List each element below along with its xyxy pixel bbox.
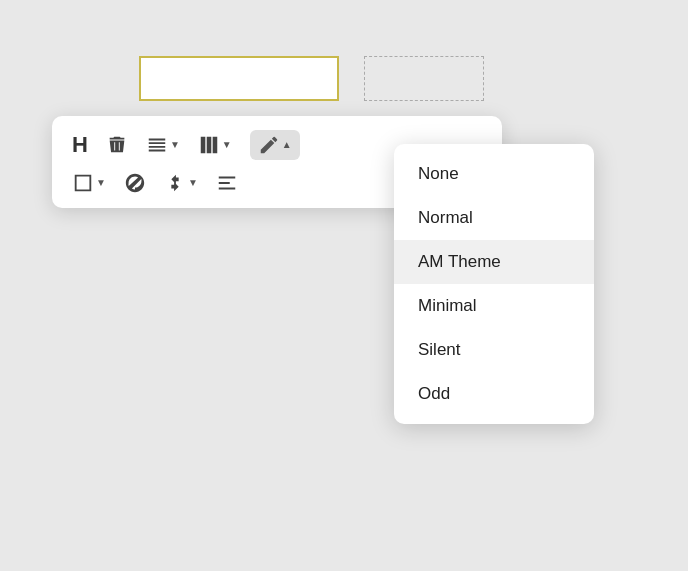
style-chevron: ▲ [282, 139, 292, 150]
dropdown-item-minimal[interactable]: Minimal [394, 284, 594, 328]
columns-button[interactable]: ▼ [198, 134, 232, 156]
columns-icon [198, 134, 220, 156]
text-align-button[interactable] [216, 172, 238, 194]
height-chevron: ▼ [188, 177, 198, 188]
border-button[interactable]: ▼ [72, 172, 106, 194]
height-button[interactable]: ▼ [164, 172, 198, 194]
style-dropdown: None Normal AM Theme Minimal Silent Odd [394, 144, 594, 424]
align-icon [146, 134, 168, 156]
fill-button[interactable] [124, 172, 146, 194]
dropdown-item-silent[interactable]: Silent [394, 328, 594, 372]
fill-icon [124, 172, 146, 194]
style-button[interactable]: ▲ [250, 130, 300, 160]
text-align-icon [216, 172, 238, 194]
style-icon [258, 134, 280, 156]
border-chevron: ▼ [96, 177, 106, 188]
selected-cell[interactable] [139, 56, 339, 101]
dropdown-item-normal[interactable]: Normal [394, 196, 594, 240]
dropdown-item-none[interactable]: None [394, 152, 594, 196]
columns-chevron: ▼ [222, 139, 232, 150]
dashed-cell [364, 56, 484, 101]
delete-button[interactable] [106, 134, 128, 156]
scene: H ▼ ▼ [34, 36, 654, 536]
align-button[interactable]: ▼ [146, 134, 180, 156]
border-icon [72, 172, 94, 194]
trash-icon [106, 134, 128, 156]
align-chevron: ▼ [170, 139, 180, 150]
heading-icon: H [72, 132, 88, 158]
dropdown-item-am-theme[interactable]: AM Theme [394, 240, 594, 284]
height-icon [164, 172, 186, 194]
dropdown-item-odd[interactable]: Odd [394, 372, 594, 416]
heading-button[interactable]: H [72, 132, 88, 158]
